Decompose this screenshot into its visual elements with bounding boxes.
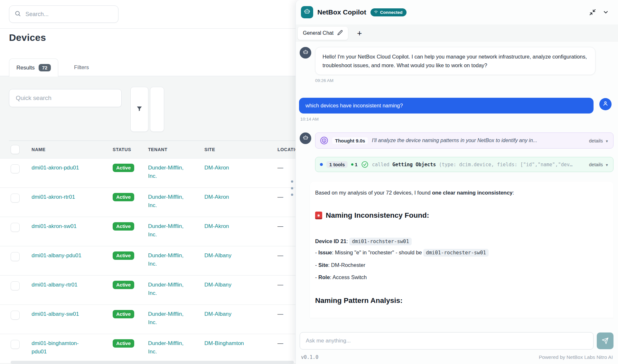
chat-input[interactable] bbox=[300, 332, 594, 350]
device-id-line: Device ID 21: dmi01-rochster-sw01 bbox=[315, 238, 607, 244]
assistant-analysis-message: Thought 9.0s I'll analyze the device nam… bbox=[300, 132, 613, 317]
chat-input-bar bbox=[300, 332, 613, 350]
panel-resize-handle[interactable] bbox=[289, 180, 295, 196]
tool-call-signature: called Getting Objects (type: dcim.devic… bbox=[372, 162, 585, 168]
thought-details-toggle[interactable]: details bbox=[589, 138, 609, 143]
site-link[interactable]: DM-Akron bbox=[204, 164, 229, 172]
tenant-link[interactable]: Dunder-Mifflin, Inc. bbox=[148, 222, 187, 239]
row-checkbox[interactable] bbox=[11, 281, 20, 290]
inconsistency-heading: Naming Inconsistency Found: bbox=[315, 211, 607, 220]
device-link[interactable]: dmi01-albany-sw01 bbox=[32, 310, 79, 318]
device-link[interactable]: dmi01-akron-rtr01 bbox=[32, 193, 75, 201]
tab-results[interactable]: Results 72 bbox=[9, 59, 58, 77]
quick-search-input[interactable] bbox=[16, 95, 115, 102]
tenant-link[interactable]: Dunder-Mifflin, Inc. bbox=[148, 193, 187, 210]
tab-filters[interactable]: Filters bbox=[71, 59, 91, 76]
tools-dot-icon bbox=[320, 163, 323, 166]
connection-status-badge: Connected bbox=[370, 8, 407, 16]
table-row: dmi01-akron-rtr01 Active Dunder-Mifflin,… bbox=[0, 187, 295, 217]
chat-tab-general[interactable]: General Chat bbox=[298, 27, 348, 40]
filter-button[interactable] bbox=[130, 87, 148, 132]
pencil-icon[interactable] bbox=[337, 30, 343, 37]
bullet: - bbox=[315, 250, 318, 255]
col-header-tenant[interactable]: TENANT bbox=[148, 147, 204, 152]
user-avatar bbox=[599, 98, 612, 110]
site-link[interactable]: DM-Akron bbox=[204, 193, 229, 201]
connection-status-label: Connected bbox=[380, 10, 403, 15]
col-header-status[interactable]: STATUS bbox=[113, 147, 148, 152]
new-chat-button[interactable]: + bbox=[357, 29, 362, 37]
tenant-link[interactable]: Dunder-Mifflin, Inc. bbox=[148, 339, 187, 356]
select-all-checkbox[interactable] bbox=[11, 145, 20, 154]
collapse-panel-button[interactable] bbox=[588, 8, 597, 17]
col-header-name[interactable]: NAME bbox=[32, 147, 113, 152]
analysis-intro-suffix: : bbox=[513, 190, 514, 196]
tool-details-toggle[interactable]: details bbox=[589, 162, 609, 167]
table-row: dmi01-albany-sw01 Active Dunder-Mifflin,… bbox=[0, 305, 295, 334]
site-link[interactable]: DM-Albany bbox=[204, 281, 231, 289]
tenant-link[interactable]: Dunder-Mifflin, Inc. bbox=[148, 164, 187, 180]
status-badge: Active bbox=[113, 164, 134, 172]
analysis-message-card: Based on my analysis of your 72 devices,… bbox=[310, 182, 613, 317]
tenant-link[interactable]: Dunder-Mifflin, Inc. bbox=[148, 281, 187, 297]
site-link[interactable]: DM-Albany bbox=[204, 310, 231, 318]
device-link[interactable]: dmi01-akron-pdu01 bbox=[32, 164, 79, 172]
site-link[interactable]: DM-Binghamton bbox=[204, 339, 244, 348]
tool-call-card: 1 tools 1 called Getting Objects (type: … bbox=[315, 157, 613, 172]
device-table-body: dmi01-akron-pdu01 Active Dunder-Mifflin,… bbox=[0, 158, 295, 363]
wifi-icon bbox=[374, 10, 378, 15]
site-link[interactable]: DM-Albany bbox=[204, 251, 231, 260]
device-link[interactable]: dmi01-albany-pdu01 bbox=[32, 251, 81, 260]
assistant-avatar bbox=[300, 47, 311, 59]
results-count-badge: 72 bbox=[39, 64, 51, 71]
device-id-label: Device ID 21 bbox=[315, 238, 346, 244]
thought-summary-text: I'll analyze the device naming patterns … bbox=[372, 138, 585, 143]
device-link[interactable]: dmi01-albany-rtr01 bbox=[32, 281, 78, 289]
global-search-input[interactable] bbox=[25, 11, 113, 18]
row-checkbox[interactable] bbox=[11, 311, 20, 320]
thought-label: Thought 9.0s bbox=[332, 137, 368, 144]
horizontal-scrollbar[interactable] bbox=[11, 361, 294, 364]
tenant-link[interactable]: Dunder-Mifflin, Inc. bbox=[148, 251, 187, 268]
site-link[interactable]: DM-Akron bbox=[204, 222, 229, 231]
device-link[interactable]: dmi01-binghamton-pdu01 bbox=[32, 339, 86, 356]
copilot-title: NetBox Copilot bbox=[317, 8, 366, 16]
tool-called-word: called bbox=[372, 162, 389, 168]
row-checkbox[interactable] bbox=[11, 340, 20, 349]
row-checkbox[interactable] bbox=[11, 194, 20, 203]
brain-icon bbox=[320, 136, 328, 145]
table-options-button[interactable] bbox=[150, 87, 164, 132]
table-header: NAME STATUS TENANT SITE LOCATION bbox=[0, 141, 295, 158]
person-icon bbox=[602, 100, 609, 108]
siren-icon bbox=[315, 212, 322, 219]
table-row: dmi01-albany-rtr01 Active Dunder-Mifflin… bbox=[0, 275, 295, 305]
row-checkbox[interactable] bbox=[11, 252, 20, 261]
header-divider bbox=[0, 28, 295, 29]
device-link[interactable]: dmi01-akron-sw01 bbox=[32, 222, 77, 231]
robot-icon bbox=[303, 49, 309, 57]
row-checkbox[interactable] bbox=[11, 164, 20, 173]
copilot-footer: v0.1.0 Powered by NetBox Labs Nitro AI bbox=[301, 354, 613, 360]
issue-line: - Issue: Missing "e" in "rochester" - sh… bbox=[315, 249, 607, 257]
status-badge: Active bbox=[113, 193, 134, 201]
site-text: : DM-Rochester bbox=[328, 262, 365, 268]
thought-summary-card: Thought 9.0s I'll analyze the device nam… bbox=[315, 132, 613, 149]
device-name-code: dmi01-rochster-sw01 bbox=[349, 238, 411, 245]
tools-extra-count: 1 bbox=[351, 162, 357, 167]
col-header-site[interactable]: SITE bbox=[204, 147, 277, 152]
row-checkbox[interactable] bbox=[11, 223, 20, 232]
send-button[interactable] bbox=[597, 332, 613, 349]
user-timestamp: 10:14 AM bbox=[300, 117, 613, 122]
chat-tab-strip: General Chat + bbox=[296, 24, 618, 42]
tab-results-label: Results bbox=[16, 65, 35, 71]
chat-messages: Hello! I'm your NetBox Cloud Copilot. I … bbox=[296, 42, 618, 318]
status-badge: Active bbox=[113, 281, 134, 289]
tenant-link[interactable]: Dunder-Mifflin, Inc. bbox=[148, 310, 187, 327]
chevron-down-icon[interactable] bbox=[601, 8, 610, 17]
chat-tab-label: General Chat bbox=[303, 30, 333, 36]
pattern-analysis-heading: Naming Pattern Analysis: bbox=[315, 296, 607, 305]
analysis-intro: Based on my analysis of your 72 devices,… bbox=[315, 189, 607, 197]
quick-search[interactable] bbox=[9, 89, 122, 107]
col-header-location[interactable]: LOCATION bbox=[277, 147, 295, 152]
global-search[interactable] bbox=[9, 5, 118, 23]
